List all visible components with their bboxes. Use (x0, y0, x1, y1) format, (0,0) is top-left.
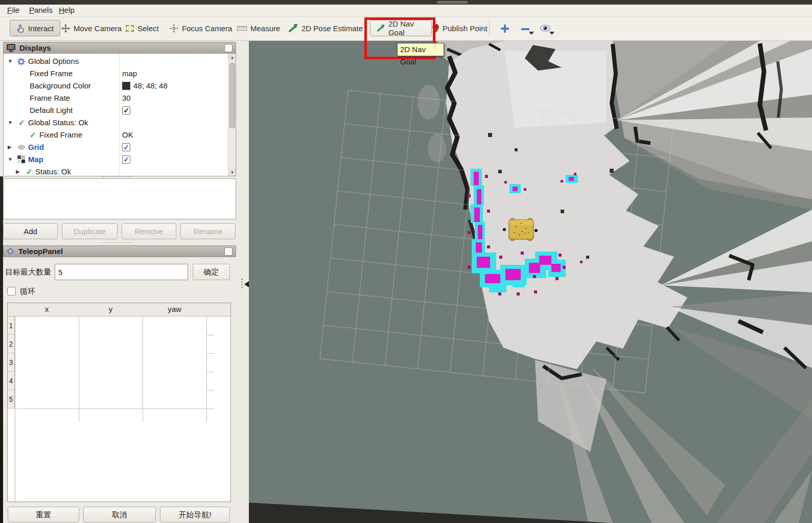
move-camera-icon (61, 24, 70, 33)
menu-file-accel: F (7, 6, 12, 14)
column-header-yaw[interactable]: yaw (143, 305, 206, 313)
panel-collapse-arrow-icon[interactable] (244, 281, 249, 287)
row-header[interactable]: 3 (8, 353, 15, 372)
caret-right-icon[interactable]: ▶ (16, 169, 20, 174)
frame-rate-value[interactable]: 30 (122, 94, 131, 102)
move-camera-label: Move Camera (74, 24, 122, 33)
table-cell[interactable] (79, 316, 143, 335)
tree-row-fixed-frame[interactable]: Fixed Frame map (4, 68, 228, 80)
duplicate-display-button[interactable]: Duplicate (62, 223, 118, 239)
column-header-x[interactable]: x (15, 305, 79, 313)
default-light-checkbox[interactable] (122, 106, 130, 115)
remove-tool-dropdown-caret[interactable] (529, 32, 534, 35)
tree-scrollbar[interactable]: ▲ ▼ (228, 54, 236, 176)
table-cell[interactable] (15, 372, 79, 390)
scroll-up-button[interactable]: ▲ (228, 54, 236, 62)
remove-tool-minus-icon[interactable] (521, 28, 530, 31)
frame-rate-label: Frame Rate (30, 94, 70, 102)
row-header[interactable]: 2 (8, 335, 15, 353)
pose-estimate-tool[interactable]: 2D Pose Estimate (288, 20, 363, 36)
3d-viewport[interactable] (249, 41, 812, 523)
start-navigation-button[interactable]: 开始导航! (160, 507, 230, 522)
column-header-y[interactable]: y (79, 305, 143, 313)
max-goals-label: 目标最大数量 (5, 267, 51, 277)
table-cell[interactable] (79, 372, 143, 390)
table-cell[interactable] (143, 316, 206, 335)
panel-collapse-dots[interactable] (241, 278, 243, 289)
tree-row-default-light[interactable]: Default Light (4, 105, 228, 117)
tree-row-global-status[interactable]: ▼ ✓ Global Status: Ok (4, 117, 228, 129)
loop-checkbox[interactable] (7, 287, 16, 295)
cancel-button[interactable]: 取消 (83, 507, 156, 522)
menu-panels[interactable]: Panels (29, 6, 53, 16)
row-header[interactable]: 1 (8, 316, 15, 335)
measure-tool[interactable]: Measure (237, 20, 280, 36)
move-camera-tool[interactable]: Move Camera (61, 20, 122, 36)
menu-file[interactable]: File (7, 6, 19, 16)
table-cell[interactable] (79, 353, 143, 372)
table-cell[interactable] (143, 335, 206, 353)
nav-goal-arrow-icon (377, 24, 385, 33)
scrollbar-thumb[interactable] (229, 63, 235, 128)
menu-help[interactable]: Help (59, 6, 75, 16)
map-checkbox[interactable] (122, 155, 130, 164)
tree-row-grid[interactable]: ▶ Grid (4, 142, 228, 154)
select-tool[interactable]: Select (126, 20, 159, 36)
caret-down-icon[interactable]: ▼ (8, 58, 13, 64)
table-cell[interactable] (79, 390, 143, 408)
tree-row-global-options[interactable]: ▼ Global Options (4, 56, 228, 68)
table-cell[interactable] (15, 353, 79, 372)
tree-row-fixed-frame-status[interactable]: ✓ Fixed Frame OK (4, 129, 228, 142)
visibility-eye-icon[interactable] (540, 25, 551, 32)
table-cell[interactable] (143, 390, 206, 408)
tree-row-map[interactable]: ▼ Map (4, 154, 228, 166)
status-ok-check-icon: ✓ (26, 167, 33, 176)
confirm-button[interactable]: 确定 (193, 264, 230, 280)
background-color-swatch[interactable] (122, 82, 130, 90)
caret-down-icon[interactable]: ▼ (8, 120, 13, 125)
rename-display-button[interactable]: Rename (180, 223, 236, 239)
publish-point-tool[interactable]: Publish Point (432, 20, 488, 36)
grid-checkbox[interactable] (122, 143, 130, 151)
global-status-label: Global Status: Ok (28, 118, 88, 127)
caret-down-icon[interactable]: ▼ (8, 156, 13, 162)
table-cell[interactable] (143, 372, 206, 390)
nav-goal-tool-button[interactable]: 2D Nav Goal (370, 20, 432, 36)
table-gridline (206, 316, 207, 422)
panel-splitter-handle[interactable] (102, 175, 133, 178)
scroll-down-button[interactable]: ▼ (228, 169, 236, 176)
fixed-frame-value[interactable]: map (122, 69, 137, 78)
tree-row-map-status-partial[interactable]: ▶ ✓ Status: Ok (4, 166, 228, 176)
focus-camera-tool[interactable]: Focus Camera (170, 20, 232, 36)
add-display-button[interactable]: Add (3, 223, 58, 239)
background-color-value[interactable]: 48; 48; 48 (133, 81, 168, 90)
table-cell[interactable] (15, 390, 79, 408)
interact-tool-button[interactable]: Interact (10, 20, 60, 36)
row-header[interactable]: 5 (8, 390, 15, 408)
teleop-panel-checkbox[interactable] (224, 247, 233, 256)
teleop-panel-header[interactable]: TeleopPanel (3, 245, 236, 257)
displays-panel-title: Displays (19, 43, 51, 52)
tree-row-frame-rate[interactable]: Frame Rate 30 (4, 93, 228, 105)
panel-splitter-handle[interactable] (102, 241, 133, 244)
displays-panel-checkbox[interactable] (224, 44, 233, 52)
max-goals-input[interactable] (55, 264, 188, 280)
visibility-dropdown-caret[interactable] (549, 32, 554, 35)
side-panel: Displays ▼ Global Options (0, 41, 249, 523)
displays-panel-header[interactable]: Displays (3, 42, 236, 54)
window-titlebar (0, 0, 812, 5)
nav-goal-tooltip: 2D Nav Goal (397, 43, 444, 56)
caret-right-icon[interactable]: ▶ (8, 144, 12, 150)
row-header[interactable]: 4 (8, 372, 15, 390)
table-cell[interactable] (143, 353, 206, 372)
table-cell[interactable] (79, 335, 143, 353)
remove-display-button[interactable]: Remove (122, 223, 176, 239)
displays-monitor-icon (7, 44, 15, 52)
default-light-label: Default Light (30, 106, 73, 115)
tree-row-background-color[interactable]: Background Color 48; 48; 48 (4, 80, 228, 93)
table-cell[interactable] (15, 316, 79, 335)
reset-button[interactable]: 重置 (8, 507, 79, 522)
add-tool-plus-icon[interactable] (500, 24, 509, 33)
global-options-label: Global Options (28, 57, 79, 65)
table-cell[interactable] (15, 335, 79, 353)
